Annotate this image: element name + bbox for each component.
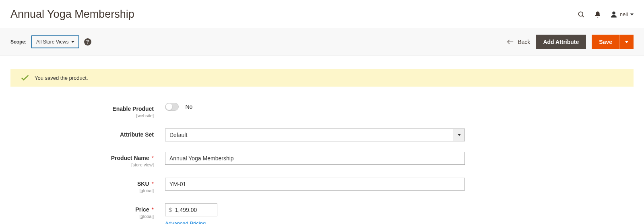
enable-product-value: No: [185, 104, 192, 110]
attribute-set-dropdown-button[interactable]: [454, 129, 465, 141]
success-message: You saved the product.: [10, 69, 634, 87]
label-product-name: Product Name: [111, 155, 149, 161]
page-header: Annual Yoga Membership neil: [0, 0, 644, 28]
product-form: Enable Product [website] No Attribute Se…: [0, 87, 644, 224]
svg-point-0: [578, 12, 583, 16]
row-price: Price* [global] $ Advanced Pricing: [0, 203, 644, 224]
chevron-down-icon: [625, 40, 629, 44]
price-input-wrapper: $: [165, 203, 217, 216]
product-name-input[interactable]: [165, 152, 465, 165]
row-attribute-set: Attribute Set: [0, 129, 644, 141]
sku-input[interactable]: [165, 178, 465, 191]
row-sku: SKU* [global]: [0, 178, 644, 193]
back-button[interactable]: Back: [507, 39, 530, 45]
scope-label: Scope:: [10, 39, 27, 45]
toolbar-right: Back Add Attribute Save: [507, 35, 634, 49]
label-sku: SKU: [137, 180, 149, 187]
save-button[interactable]: Save: [592, 35, 619, 49]
toolbar-left: Scope: All Store Views ?: [10, 35, 91, 48]
price-currency: $: [165, 207, 175, 213]
page-title: Annual Yoga Membership: [10, 8, 134, 21]
back-label: Back: [518, 39, 530, 45]
hint-sku: [global]: [0, 188, 154, 193]
message-text: You saved the product.: [35, 75, 88, 81]
help-icon[interactable]: ?: [84, 38, 91, 46]
user-icon: [610, 11, 617, 18]
search-icon[interactable]: [577, 10, 585, 19]
save-dropdown-button[interactable]: [619, 35, 634, 49]
label-price: Price: [135, 206, 149, 213]
header-actions: neil: [577, 10, 634, 19]
scope-selector[interactable]: All Store Views: [31, 35, 79, 48]
chevron-down-icon: [630, 13, 634, 16]
advanced-pricing-link[interactable]: Advanced Pricing: [165, 220, 217, 224]
chevron-down-icon: [458, 133, 461, 137]
row-product-name: Product Name* [store view]: [0, 152, 644, 167]
arrow-left-icon: [507, 39, 514, 44]
svg-line-1: [582, 15, 584, 17]
user-name: neil: [620, 11, 628, 17]
bell-icon[interactable]: [594, 11, 601, 18]
chevron-down-icon: [71, 40, 74, 44]
save-button-group: Save: [592, 35, 634, 49]
label-enable-product: Enable Product: [112, 106, 154, 112]
attribute-set-combobox[interactable]: [165, 129, 465, 141]
check-icon: [21, 75, 29, 81]
user-menu[interactable]: neil: [610, 11, 634, 18]
hint-enable-product: [website]: [0, 113, 154, 118]
scope-value: All Store Views: [36, 39, 68, 45]
enable-product-toggle[interactable]: [165, 103, 179, 111]
attribute-set-input[interactable]: [165, 129, 454, 141]
hint-price: [global]: [0, 214, 154, 219]
scope-toolbar: Scope: All Store Views ? Back Add Attrib…: [0, 28, 644, 56]
hint-product-name: [store view]: [0, 162, 154, 167]
row-enable-product: Enable Product [website] No: [0, 103, 644, 118]
label-attribute-set: Attribute Set: [120, 131, 154, 138]
add-attribute-button[interactable]: Add Attribute: [536, 35, 586, 49]
price-input[interactable]: [175, 204, 217, 216]
